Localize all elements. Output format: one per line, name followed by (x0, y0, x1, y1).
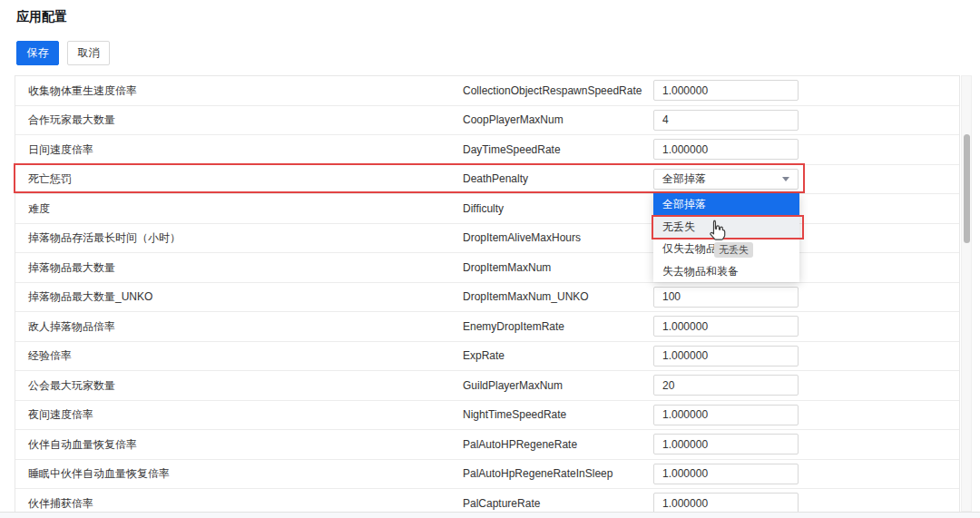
config-key: ExpRate (463, 349, 505, 362)
config-table: 收集物体重生速度倍率CollectionObjectRespawnSpeedRa… (15, 75, 960, 512)
deathpenalty-dropdown-menu: 全部掉落无丢失仅失去物品失去物品和装备 (653, 193, 799, 282)
config-value-cell (653, 316, 799, 337)
scrollbar-track[interactable] (961, 75, 972, 512)
config-value-cell (653, 287, 799, 308)
tooltip: 无丢失 (714, 242, 753, 258)
config-label: 合作玩家最大数量 (28, 112, 115, 128)
table-row-nighttimespeedrate: 夜间速度倍率NightTimeSpeedRate (15, 401, 959, 431)
table-row-dropitemmaxnum_unko: 掉落物品最大数量_UNKODropItemMaxNum_UNKO (15, 283, 959, 313)
dropdown-option[interactable]: 无丢失 (653, 216, 799, 239)
scrollbar-thumb[interactable] (964, 134, 970, 243)
config-key: CollectionObjectRespawnSpeedRate (463, 84, 642, 97)
config-key: EnemyDropItemRate (463, 320, 564, 333)
config-label: 难度 (28, 200, 50, 216)
select-value: 全部掉落 (662, 171, 706, 187)
config-value-cell (653, 110, 799, 131)
input-exprate[interactable] (653, 346, 799, 367)
config-key: NightTimeSpeedRate (463, 408, 566, 421)
config-label: 伙伴自动血量恢复倍率 (28, 436, 137, 452)
table-row-deathpenalty: 死亡惩罚DeathPenalty全部掉落 (15, 165, 959, 195)
input-dropitemmaxnum_unko[interactable] (653, 287, 799, 308)
chevron-down-icon (782, 177, 789, 181)
config-label: 掉落物品存活最长时间（小时） (28, 230, 181, 246)
config-key: DropItemMaxNum (463, 261, 551, 274)
table-row-guildplayermaxnum: 公会最大玩家数量GuildPlayerMaxNum (15, 371, 959, 401)
table-row-enemydropitemrate: 敌人掉落物品倍率EnemyDropItemRate (15, 312, 959, 342)
config-value-cell (653, 346, 799, 367)
config-key: PalAutoHpRegeneRateInSleep (463, 467, 612, 480)
dropdown-option[interactable]: 失去物品和装备 (653, 260, 799, 283)
input-enemydropitemrate[interactable] (653, 316, 799, 337)
config-key: GuildPlayerMaxNum (463, 379, 563, 392)
config-key: Difficulty (463, 202, 504, 215)
config-key: CoopPlayerMaxNum (463, 113, 564, 126)
config-value-cell (653, 493, 799, 512)
config-label: 死亡惩罚 (28, 171, 72, 187)
config-label: 敌人掉落物品倍率 (28, 318, 115, 334)
table-row-palautohpregenerate: 伙伴自动血量恢复倍率PalAutoHPRegeneRate (15, 430, 959, 460)
table-row-difficulty: 难度Difficulty (15, 194, 959, 224)
input-palautohpregenerate[interactable] (653, 434, 799, 454)
config-label: 日间速度倍率 (28, 142, 93, 157)
input-nighttimespeedrate[interactable] (653, 405, 799, 425)
table-row-coopplayermaxnum: 合作玩家最大数量CoopPlayerMaxNum (15, 106, 959, 136)
config-label: 睡眠中伙伴自动血量恢复倍率 (28, 466, 170, 482)
input-palcapturerate[interactable] (653, 493, 799, 512)
table-row-dropitemmaxnum: 掉落物品最大数量DropItemMaxNum (15, 253, 959, 283)
config-key: PalAutoHPRegeneRate (463, 438, 577, 451)
config-label: 掉落物品最大数量 (28, 259, 115, 275)
input-daytimespeedrate[interactable] (653, 139, 799, 160)
card-bottom-border (0, 512, 980, 518)
save-button[interactable]: 保存 (16, 41, 59, 65)
config-value-cell (653, 434, 799, 454)
table-row-exprate: 经验倍率ExpRate (15, 342, 959, 372)
config-label: 伙伴捕获倍率 (28, 495, 93, 511)
config-value-cell: 全部掉落 (653, 169, 799, 190)
config-value-cell (653, 80, 799, 101)
input-collectionobjectrespawnspeedrate[interactable] (653, 80, 799, 101)
table-row-palautohpregenerateinsleep: 睡眠中伙伴自动血量恢复倍率PalAutoHpRegeneRateInSleep (15, 460, 959, 490)
config-label: 夜间速度倍率 (28, 407, 93, 423)
page-title: 应用配置 (16, 9, 67, 25)
table-row-daytimespeedrate: 日间速度倍率DayTimeSpeedRate (15, 135, 959, 165)
config-value-cell (653, 464, 799, 484)
config-key: DeathPenalty (463, 172, 528, 185)
config-label: 公会最大玩家数量 (28, 377, 115, 393)
table-row-dropitemalivemaxhours: 掉落物品存活最长时间（小时）DropItemAliveMaxHours (15, 224, 959, 254)
config-label: 经验倍率 (28, 348, 72, 364)
config-key: PalCaptureRate (463, 497, 540, 510)
config-value-cell (653, 139, 799, 160)
config-label: 收集物体重生速度倍率 (28, 83, 137, 98)
input-coopplayermaxnum[interactable] (653, 110, 799, 131)
config-key: DayTimeSpeedRate (463, 143, 561, 156)
input-guildplayermaxnum[interactable] (653, 375, 799, 396)
input-palautohpregenerateinsleep[interactable] (653, 464, 799, 484)
config-key: DropItemMaxNum_UNKO (463, 290, 589, 303)
table-row-collectionobjectrespawnspeedrate: 收集物体重生速度倍率CollectionObjectRespawnSpeedRa… (15, 76, 959, 106)
table-row-palcapturerate: 伙伴捕获倍率PalCaptureRate (15, 489, 959, 512)
config-value-cell (653, 375, 799, 396)
dropdown-option[interactable]: 全部掉落 (653, 193, 799, 216)
select-deathpenalty[interactable]: 全部掉落 (653, 169, 799, 190)
config-value-cell (653, 405, 799, 425)
cancel-button[interactable]: 取消 (67, 41, 110, 65)
config-key: DropItemAliveMaxHours (463, 231, 581, 244)
config-label: 掉落物品最大数量_UNKO (28, 289, 152, 305)
